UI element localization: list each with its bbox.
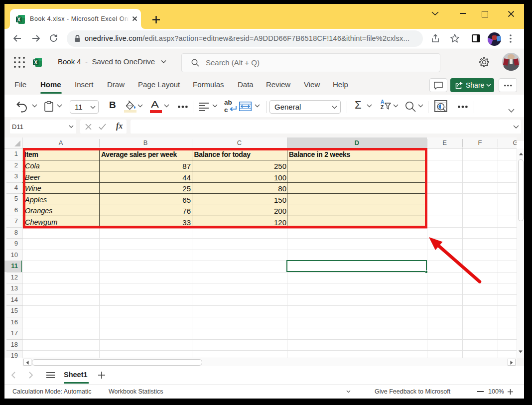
svg-text:X: X	[34, 60, 37, 65]
svg-text:X: X	[17, 17, 20, 22]
